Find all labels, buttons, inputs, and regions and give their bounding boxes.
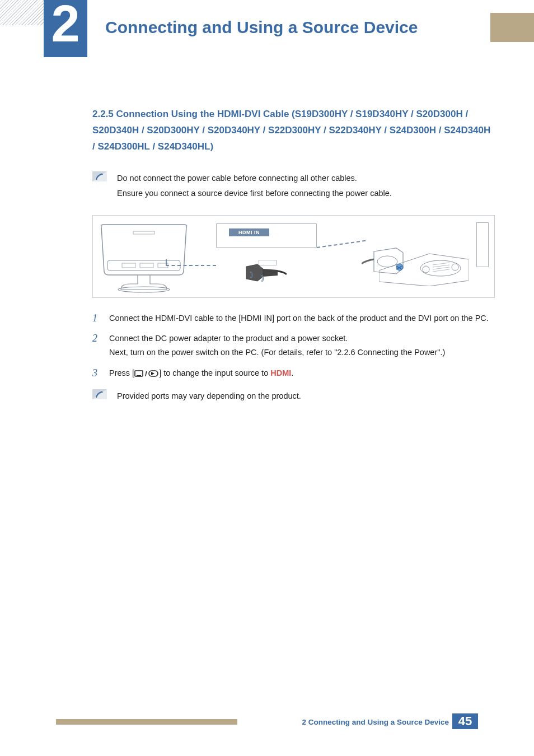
page-footer: 2 Connecting and Using a Source Device 4… <box>0 710 534 756</box>
step-1: 1 Connect the HDMI-DVI cable to the [HDM… <box>92 311 495 325</box>
note-icon <box>92 389 107 399</box>
step-line: Next, turn on the power switch on the PC… <box>109 346 495 360</box>
footer-chapter-label: 2 Connecting and Using a Source Device <box>302 719 449 725</box>
note-line: Do not connect the power cable before co… <box>117 171 495 186</box>
svg-point-10 <box>452 264 458 270</box>
note-line: Ensure you connect a source device first… <box>117 186 495 202</box>
step-number: 2 <box>92 332 100 359</box>
chapter-number: 2 <box>51 0 79 48</box>
svg-point-15 <box>377 256 397 267</box>
svg-line-14 <box>433 269 449 272</box>
cable-break-mark: )) <box>250 270 252 278</box>
svg-marker-21 <box>151 372 154 375</box>
note-text-2: Provided ports may vary depending on the… <box>117 389 495 404</box>
step-line: Connect the DC power adapter to the prod… <box>109 332 495 346</box>
dashed-line <box>317 240 366 248</box>
step-mid: ] to change the input source to <box>159 368 270 377</box>
chapter-header: Connecting and Using a Source Device 2 <box>0 0 534 57</box>
step-number: 1 <box>92 311 100 325</box>
source-button-icon: / <box>134 368 159 377</box>
svg-rect-2 <box>133 231 154 234</box>
note-block-1: Do not connect the power cable before co… <box>92 171 495 202</box>
dvi-connector-illustration <box>362 247 409 277</box>
pc-side-panel <box>476 222 489 267</box>
hdmi-keyword: HDMI <box>270 368 291 377</box>
dashed-line <box>166 265 216 266</box>
page-content: 2.2.5 Connection Using the HDMI-DVI Cabl… <box>92 57 495 404</box>
svg-line-11 <box>433 263 449 265</box>
page-number: 45 <box>452 713 478 729</box>
svg-text:/: / <box>145 370 147 377</box>
svg-line-13 <box>433 267 449 269</box>
svg-point-9 <box>423 266 429 273</box>
steps-list: 1 Connect the HDMI-DVI cable to the [HDM… <box>92 311 495 380</box>
svg-rect-18 <box>137 375 141 376</box>
step-text: Connect the HDMI-DVI cable to the [HDMI … <box>109 311 495 325</box>
dashed-line <box>166 259 167 266</box>
note-block-2: Provided ports may vary depending on the… <box>92 389 495 404</box>
section-heading: 2.2.5 Connection Using the HDMI-DVI Cabl… <box>92 106 495 155</box>
chapter-title: Connecting and Using a Source Device <box>105 18 418 37</box>
step-prefix: Press [ <box>109 368 134 377</box>
svg-line-12 <box>433 265 449 267</box>
svg-rect-4 <box>122 263 135 268</box>
cable-break-mark: )) <box>261 274 263 282</box>
step-text: Connect the DC power adapter to the prod… <box>109 332 495 359</box>
note-icon <box>92 171 107 181</box>
step-text: Press [/] to change the input source to … <box>109 366 495 380</box>
svg-rect-5 <box>140 263 153 268</box>
step-2: 2 Connect the DC power adapter to the pr… <box>92 332 495 359</box>
monitor-illustration <box>99 222 189 294</box>
hdmi-in-label: HDMI IN <box>229 228 269 236</box>
hatch-decoration <box>0 0 50 25</box>
title-white-bg: Connecting and Using a Source Device <box>87 13 490 42</box>
step-number: 3 <box>92 366 100 380</box>
chapter-number-box: 2 <box>44 0 87 57</box>
connection-diagram: HDMI IN )) )) <box>92 215 495 298</box>
step-3: 3 Press [/] to change the input source t… <box>92 366 495 380</box>
note-text-1: Do not connect the power cable before co… <box>117 171 495 202</box>
step-period: . <box>291 368 293 377</box>
